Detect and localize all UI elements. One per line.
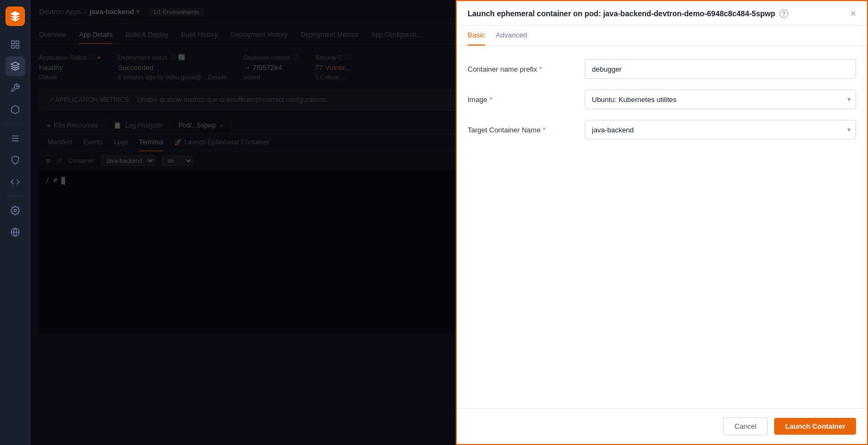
sidebar-item-resources[interactable] (5, 100, 25, 119)
launch-button[interactable]: Launch Container (774, 418, 856, 435)
modal-close-button[interactable]: × (850, 9, 856, 18)
modal-tabs: Basic Advanced (457, 26, 867, 46)
sidebar-divider-1 (7, 124, 24, 124)
sidebar-item-settings[interactable] (5, 201, 25, 220)
svg-point-8 (14, 209, 16, 212)
form-row-container-prefix: Container name prefix * (468, 59, 856, 79)
image-select-wrapper: Ubuntu: Kubernetes utilites Alpine: mini… (585, 90, 856, 109)
modal-tab-basic[interactable]: Basic (468, 26, 485, 46)
modal-tab-advanced[interactable]: Advanced (496, 26, 527, 46)
sidebar-divider-2 (7, 196, 24, 196)
logo[interactable] (5, 7, 25, 26)
modal-header: Launch ephemeral container on pod: java-… (457, 1, 867, 26)
target-container-select-wrapper: java-backend sidecar init-container ▾ (585, 120, 856, 139)
sidebar-item-build[interactable] (5, 78, 25, 98)
sidebar-item-security[interactable] (5, 150, 25, 170)
sidebar-item-code[interactable] (5, 172, 25, 192)
svg-marker-4 (11, 62, 19, 67)
image-label: Image * (468, 96, 576, 104)
sidebar-item-apps[interactable] (5, 56, 25, 76)
sidebar (0, 0, 30, 445)
sidebar-item-global-settings[interactable] (5, 223, 25, 242)
svg-rect-3 (16, 46, 18, 48)
svg-rect-1 (16, 41, 18, 43)
sidebar-item-config[interactable] (5, 129, 25, 148)
form-row-image: Image * Ubuntu: Kubernetes utilites Alpi… (468, 90, 856, 109)
modal-footer: Cancel Launch Container (457, 408, 867, 444)
sidebar-item-dashboard[interactable] (5, 35, 25, 54)
svg-rect-0 (11, 41, 14, 43)
help-icon[interactable]: ? (780, 9, 788, 18)
form-row-target-container: Target Container Name * java-backend sid… (468, 120, 856, 139)
modal-launch-ephemeral: Launch ephemeral container on pod: java-… (456, 0, 868, 445)
container-prefix-label: Container name prefix * (468, 65, 576, 73)
page-wrapper: Devtron Apps / java-backend ▾ 1/1 Enviro… (30, 0, 868, 445)
target-container-select[interactable]: java-backend sidecar init-container (585, 120, 856, 139)
modal-body: Container name prefix * Image * Ubuntu: … (457, 46, 867, 408)
modal-title: Launch ephemeral container on pod: java-… (468, 9, 788, 18)
modal-overlay: Launch ephemeral container on pod: java-… (30, 0, 868, 445)
svg-rect-2 (11, 46, 14, 48)
image-select[interactable]: Ubuntu: Kubernetes utilites Alpine: mini… (585, 90, 856, 109)
cancel-button[interactable]: Cancel (723, 417, 768, 435)
target-container-label: Target Container Name * (468, 126, 576, 134)
container-prefix-input[interactable] (585, 59, 856, 79)
